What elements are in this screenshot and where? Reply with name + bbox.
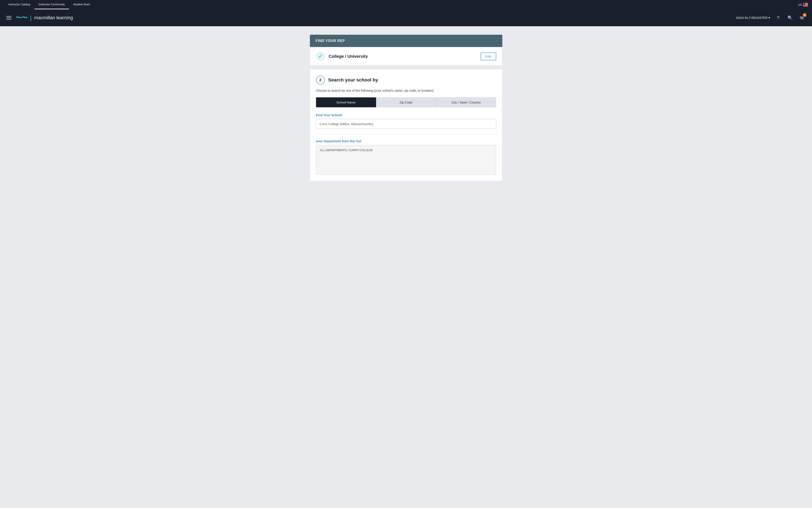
step1-card: ✓ College / University Edit [310, 47, 503, 66]
logo-area: 〜〜 | macmillan learning [16, 14, 73, 22]
tab-school-name[interactable]: School Name [316, 97, 376, 107]
college-left: ✓ College / University [316, 52, 368, 61]
college-row: ✓ College / University Edit [310, 47, 502, 66]
hamburger-menu[interactable] [6, 16, 11, 19]
search-icon[interactable]: 🔍 [786, 14, 794, 22]
cart-badge: 0 [803, 13, 807, 17]
dept-item[interactable]: ALL DEPARTMENTS: CURRY COLLEGE [316, 145, 496, 155]
nav-instructor-community[interactable]: Instructor Community [35, 0, 69, 9]
divider-label: // [749, 16, 751, 19]
step2-number: 2 [316, 76, 325, 84]
logo-icon: 〜〜 [16, 14, 28, 22]
nav-instructor-catalog[interactable]: Instructor Catalog [4, 0, 35, 9]
header-right: SIGN IN // REGISTER ▾ ? 🔍 🛍 0 [736, 14, 806, 22]
register-dropdown-icon: ▾ [768, 16, 770, 19]
step2-title: Search your school by [328, 77, 378, 83]
dept-label: your department from this list: [316, 139, 496, 143]
logo-text: macmillan learning [34, 15, 73, 20]
sign-in-label: SIGN IN [736, 16, 748, 19]
top-nav-links: Instructor Catalog Instructor Community … [4, 0, 94, 9]
college-title: College / University [329, 54, 368, 59]
locale-label: US [798, 3, 802, 6]
check-circle-icon: ✓ [316, 52, 325, 61]
step2-header: 2 Search your school by [316, 76, 496, 84]
page-content: FIND YOUR REP ✓ College / University Edi… [306, 35, 507, 181]
logo-divider: | [30, 14, 32, 21]
cart-icon[interactable]: 🛍 0 [798, 14, 806, 22]
top-navigation: Instructor Catalog Instructor Community … [0, 0, 812, 9]
search-tab-group: School Name Zip Code City / State / Coun… [316, 97, 496, 107]
main-header: 〜〜 | macmillan learning SIGN IN // REGIS… [0, 9, 812, 26]
nav-student-store[interactable]: Student Store [69, 0, 94, 9]
us-flag-icon [803, 3, 808, 6]
step2-description: Choose to search by one of the following… [316, 89, 496, 92]
find-rep-title: FIND YOUR REP [316, 39, 345, 43]
help-icon[interactable]: ? [774, 14, 782, 22]
header-left: 〜〜 | macmillan learning [6, 14, 73, 22]
tab-city-state-country[interactable]: City / State / Country [436, 97, 496, 107]
tab-zip-code[interactable]: Zip Code [376, 97, 436, 107]
school-name-input[interactable] [316, 119, 496, 129]
dept-list: ALL DEPARTMENTS: CURRY COLLEGE [316, 145, 496, 175]
register-label: REGISTER [751, 16, 768, 19]
find-rep-header: FIND YOUR REP [310, 35, 503, 47]
find-school-label: Find Your School [316, 113, 496, 117]
edit-button[interactable]: Edit [481, 52, 496, 60]
step2-card: 2 Search your school by Choose to search… [310, 69, 503, 181]
sign-in-register[interactable]: SIGN IN // REGISTER ▾ [736, 16, 770, 20]
top-nav-right: US [798, 3, 808, 6]
